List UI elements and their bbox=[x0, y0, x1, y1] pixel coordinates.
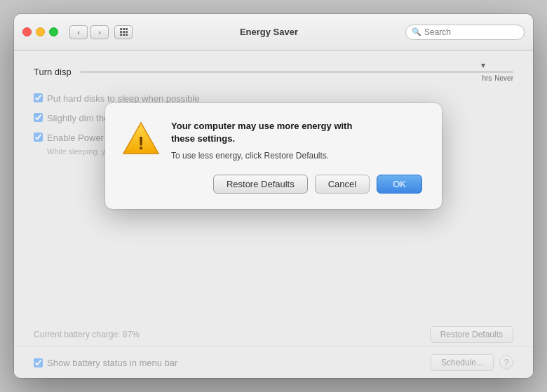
search-input[interactable] bbox=[424, 27, 518, 37]
forward-arrow-icon: › bbox=[98, 28, 101, 36]
slider-track bbox=[80, 71, 513, 73]
turn-display-label: Turn disp bbox=[34, 67, 72, 77]
search-icon: 🔍 bbox=[412, 27, 421, 36]
grid-button[interactable] bbox=[114, 25, 133, 39]
slider-label-hrs: hrs bbox=[482, 74, 492, 82]
minimize-button[interactable] bbox=[36, 27, 45, 36]
close-button[interactable] bbox=[22, 27, 32, 36]
slider-area[interactable]: ▾ hrs Never bbox=[80, 65, 513, 79]
search-bar[interactable]: 🔍 bbox=[405, 25, 525, 40]
zoom-button[interactable] bbox=[49, 27, 58, 36]
dialog-body: To use less energy, click Restore Defaul… bbox=[171, 149, 422, 162]
dialog-ok-button[interactable]: OK bbox=[377, 175, 422, 194]
forward-button[interactable]: › bbox=[90, 25, 109, 39]
dialog-text-block: Your computer may use more energy with t… bbox=[171, 120, 422, 162]
traffic-lights bbox=[22, 27, 58, 36]
dialog-title: Your computer may use more energy with t… bbox=[171, 120, 422, 145]
svg-text:!: ! bbox=[138, 133, 144, 154]
title-bar: ‹ › Energy Saver 🔍 bbox=[14, 14, 533, 50]
main-window: ‹ › Energy Saver 🔍 Turn disp ▾ bbox=[14, 14, 533, 378]
window-title: Energy Saver bbox=[138, 27, 400, 37]
dialog-restore-button[interactable]: Restore Defaults bbox=[213, 175, 308, 194]
back-arrow-icon: ‹ bbox=[77, 28, 80, 36]
turn-display-row: Turn disp ▾ hrs Never bbox=[34, 65, 513, 79]
grid-icon bbox=[120, 28, 128, 36]
slider-label-never: Never bbox=[494, 74, 513, 82]
slider-labels: hrs Never bbox=[482, 74, 513, 82]
alert-dialog: ! Your computer may use more energy with… bbox=[105, 103, 442, 209]
nav-buttons: ‹ › bbox=[69, 25, 109, 39]
slider-thumb-icon: ▾ bbox=[481, 60, 485, 70]
warning-icon: ! bbox=[122, 120, 160, 158]
dialog-buttons: Restore Defaults Cancel OK bbox=[122, 175, 422, 194]
back-button[interactable]: ‹ bbox=[69, 25, 88, 39]
dialog-header: ! Your computer may use more energy with… bbox=[122, 120, 422, 162]
dialog-cancel-button[interactable]: Cancel bbox=[315, 175, 370, 194]
main-content: Turn disp ▾ hrs Never Put hard disks to … bbox=[14, 50, 533, 378]
